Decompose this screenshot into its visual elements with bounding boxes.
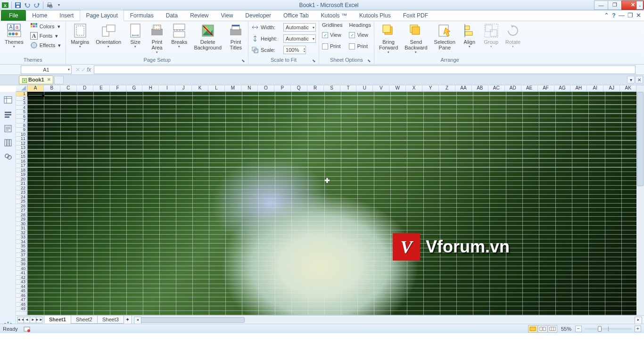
align-button[interactable]: Align▾ [460,22,479,49]
sheet-tab-sheet1[interactable]: Sheet1 [44,316,71,324]
select-all-corner[interactable] [16,85,27,92]
zoom-slider[interactable] [585,328,632,330]
page-layout-view-button[interactable] [538,325,547,333]
margins-button[interactable]: Margins▾ [69,22,91,49]
scale-launcher-icon[interactable]: ⬊ [312,58,316,63]
workbook-minimize-icon[interactable]: — [619,12,625,19]
side-columns-icon[interactable] [3,138,13,147]
undo-icon[interactable] [23,1,32,9]
tab-data[interactable]: Data [160,10,184,21]
theme-fonts-button[interactable]: AFonts ▾ [28,32,63,40]
row-headers[interactable]: 1234567891011121314151617181920212223242… [16,92,27,315]
close-workbook-tab-icon[interactable]: ✕ [47,77,51,82]
tab-office-tab[interactable]: Office Tab [277,10,315,21]
svg-rect-31 [173,24,185,30]
themes-button[interactable]: Aa Themes▾ [3,22,25,49]
sheet-tab-sheet3[interactable]: Sheet3 [97,316,124,324]
scale-spinner[interactable]: 100% [283,46,306,54]
new-workbook-tab-button[interactable] [54,76,64,84]
normal-view-button[interactable] [528,325,537,333]
vertical-scrollbar[interactable] [636,85,644,315]
help-icon[interactable]: ? [612,12,616,19]
svg-rect-18 [35,23,37,25]
print-area-button[interactable]: Print Area▾ [148,22,166,55]
breaks-button[interactable]: Breaks▾ [169,22,189,49]
print-preview-icon[interactable] [45,1,54,9]
gridlines-view-checkbox[interactable]: ✓View [322,30,342,40]
workbook-close-icon[interactable]: ✕ [636,12,641,19]
tab-home[interactable]: Home [26,10,53,21]
width-combo[interactable]: Automatic [283,23,316,32]
theme-colors-button[interactable]: Colors ▾ [28,22,63,31]
workbook-tabs-menu-icon[interactable]: ▾ [627,76,635,83]
workbook-tabs-close-icon[interactable]: ✕ [636,76,643,83]
page-setup-launcher-icon[interactable]: ⬊ [241,58,245,63]
enter-formula-icon[interactable]: ✓ [81,66,86,73]
ribbon-tabs: File Home Insert Page Layout Formulas Da… [0,10,644,21]
column-headers[interactable]: ABCDEFGHIJKLMNOPQRSTUVWXYZAAABACADAEAFAG… [27,85,636,92]
tab-kutools[interactable]: Kutools ™ [315,10,353,21]
zoom-in-button[interactable]: + [635,326,641,332]
expand-formula-bar-icon[interactable]: ⌄ [636,1,643,9]
formula-input[interactable] [94,65,636,74]
orientation-button[interactable]: Orientation▾ [94,22,123,49]
side-find-icon[interactable] [3,152,13,162]
send-backward-button[interactable]: Send Backward▾ [403,22,429,55]
tab-insert[interactable]: Insert [53,10,80,21]
svg-rect-48 [486,25,492,32]
tab-review[interactable]: Review [184,10,215,21]
sheet-tab-sheet2[interactable]: Sheet2 [71,316,98,324]
insert-sheet-button[interactable]: ✦ [124,316,132,324]
svg-rect-63 [9,139,11,146]
tab-foxit[interactable]: Foxit PDF [397,10,434,21]
zoom-percent[interactable]: 55% [561,326,571,332]
svg-rect-45 [465,26,470,30]
cell-cursor-icon: ✚ [324,177,330,184]
side-navigation-icon[interactable] [3,110,13,119]
delete-background-button[interactable]: Delete Background [192,22,223,51]
tab-file[interactable]: File [1,10,26,21]
ribbon-body: Aa Themes▾ Colors ▾ AFonts ▾ Effects ▾ T… [0,21,644,65]
svg-rect-26 [107,25,115,32]
zoom-out-button[interactable]: − [575,326,582,332]
headings-print-checkbox[interactable]: Print [349,41,371,51]
cells-area[interactable]: V Vforum.vn ✚ [27,92,636,315]
name-box[interactable]: A1 [21,65,72,74]
tab-formulas[interactable]: Formulas [124,10,160,21]
svg-point-76 [27,329,30,332]
watermark-logo: V Vforum.vn [393,233,510,261]
selection-pane-button[interactable]: Selection Pane [432,22,457,51]
fx-icon[interactable]: fx [87,66,91,73]
minimize-ribbon-icon[interactable]: ⌃ [604,12,609,19]
page-break-view-button[interactable] [548,325,557,333]
tab-developer[interactable]: Developer [239,10,277,21]
rotate-button[interactable]: Rotate▾ [504,22,522,49]
tab-kutools-plus[interactable]: Kutools Plus [353,10,397,21]
gridlines-print-checkbox[interactable]: Print [322,41,342,51]
status-bar: Ready 55% − + [0,324,644,333]
redo-icon[interactable] [33,1,41,9]
tab-view[interactable]: View [215,10,239,21]
group-objects-button[interactable]: Group▾ [482,22,501,49]
save-icon[interactable] [14,1,22,9]
side-worksheet-icon[interactable] [3,96,13,105]
cancel-formula-icon[interactable]: ✕ [75,66,80,73]
macro-record-icon[interactable] [24,326,30,332]
excel-icon[interactable]: X [1,1,9,9]
sheet-options-launcher-icon[interactable]: ⬊ [367,58,371,63]
qat-customize-icon[interactable]: ▾ [55,1,63,9]
sheet-nav-arrows[interactable]: ◄◄◄►►► [16,317,44,323]
height-combo[interactable]: Automatic [283,34,316,43]
tab-page-layout[interactable]: Page Layout [80,10,124,21]
print-titles-button[interactable]: Print Titles [226,22,245,51]
restore-button[interactable]: ❐ [608,0,622,10]
side-autotext-icon[interactable] [3,124,13,133]
workbook-tab-book1[interactable]: XBook1✕ [19,75,53,84]
headings-view-checkbox[interactable]: ✓View [349,30,371,40]
workbook-restore-icon[interactable]: ❐ [627,12,633,19]
size-button[interactable]: Size▾ [126,22,145,49]
horizontal-scrollbar[interactable] [134,317,642,323]
theme-effects-button[interactable]: Effects ▾ [28,41,63,49]
bring-forward-button[interactable]: Bring Forward▾ [377,22,400,55]
minimize-button[interactable]: — [594,0,608,10]
